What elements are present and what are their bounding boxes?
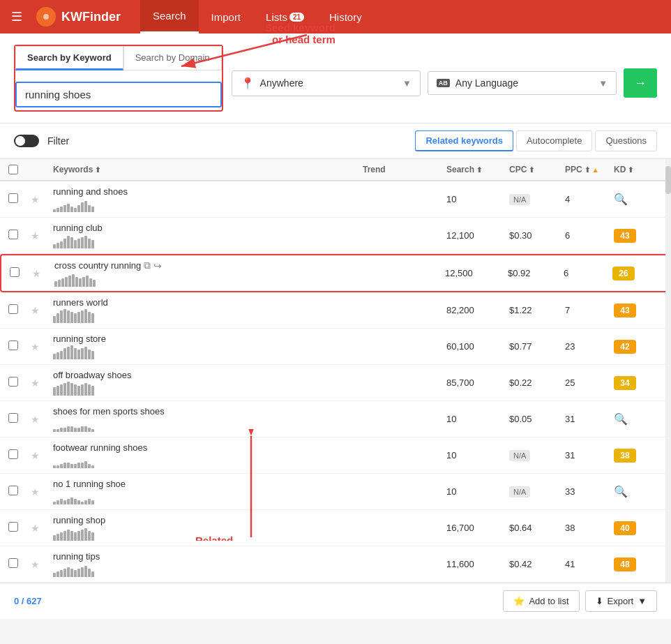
sort-kd-icon[interactable]: ⬆ — [628, 166, 633, 174]
nav-search[interactable]: Search — [140, 0, 199, 33]
trend-bar — [56, 243, 59, 248]
trend-sparkline — [53, 563, 363, 577]
cpc-cell: N/A — [509, 194, 565, 204]
trend-sparkline — [53, 309, 363, 323]
keyword-text: off broadway shoes — [53, 370, 132, 380]
tab-search-by-domain[interactable]: Search by Domain — [123, 46, 222, 70]
row-star-cell: ★ — [31, 523, 53, 534]
trend-bar — [74, 384, 77, 396]
keyword-cell: shoes for men sports shoes — [53, 406, 363, 432]
nav-lists[interactable]: Lists 21 — [253, 0, 317, 33]
favorite-star[interactable]: ★ — [31, 194, 40, 205]
table-row: ★ shoes for men sports shoes 10 $0.05 31… — [0, 401, 671, 437]
language-selector[interactable]: AB Any Language ▼ — [428, 71, 617, 95]
trend-bar — [67, 463, 70, 468]
trend-bar — [65, 277, 68, 287]
trend-bar — [70, 531, 73, 541]
arrow-icon[interactable]: ↪ — [153, 260, 162, 271]
cpc-value: $0.22 — [509, 377, 532, 388]
sort-search-icon[interactable]: ⬆ — [476, 166, 482, 174]
row-checkbox[interactable] — [8, 486, 18, 495]
filter-label: Filter — [47, 135, 69, 147]
col-cpc: CPC ⬆ — [509, 165, 565, 174]
tab-search-by-keyword[interactable]: Search by Keyword — [15, 46, 123, 70]
trend-bar — [84, 309, 87, 323]
trend-bar — [53, 429, 56, 432]
tab-autocomplete[interactable]: Autocomplete — [516, 130, 593, 151]
nav-history[interactable]: History — [317, 0, 375, 33]
trend-bar — [86, 276, 89, 287]
copy-icon[interactable]: ⧉ — [144, 260, 151, 271]
ppc-value: 25 — [565, 377, 614, 388]
filter-left: Filter — [14, 135, 69, 147]
row-checkbox[interactable] — [8, 377, 18, 387]
cpc-cell: N/A — [509, 486, 565, 497]
kd-badge: 43 — [614, 229, 636, 243]
favorite-star[interactable]: ★ — [31, 523, 40, 534]
location-dropdown-arrow: ▼ — [402, 78, 412, 89]
table-row: ★ running and shoes 10 N/A 4 🔍 — [0, 181, 671, 218]
row-checkbox-cell — [8, 193, 31, 205]
row-checkbox[interactable] — [10, 267, 20, 277]
trend-sparkline — [53, 198, 363, 212]
search-tab-box: Search by Keyword Search by Domain — [14, 45, 223, 112]
main-nav: Search Import Lists 21 History — [140, 0, 375, 33]
kd-cell: 40 — [614, 521, 663, 535]
scrollbar[interactable] — [665, 159, 671, 583]
hamburger-icon[interactable]: ☰ — [11, 9, 22, 24]
cpc-na: N/A — [509, 486, 530, 497]
search-button[interactable]: → — [624, 68, 657, 98]
tab-questions[interactable]: Questions — [595, 130, 657, 151]
search-volume: 12,100 — [446, 230, 509, 241]
favorite-star[interactable]: ★ — [31, 341, 40, 352]
favorite-star[interactable]: ★ — [31, 305, 40, 316]
trend-bar — [60, 499, 63, 504]
trend-bar — [81, 348, 84, 359]
row-checkbox[interactable] — [8, 193, 18, 203]
trend-bar — [91, 386, 94, 396]
trend-bar — [70, 497, 73, 504]
row-checkbox[interactable] — [8, 230, 18, 239]
row-checkbox[interactable] — [8, 522, 18, 532]
location-selector[interactable]: 📍 Anywhere ▼ — [232, 70, 421, 96]
favorite-star[interactable]: ★ — [31, 414, 40, 425]
trend-bar — [67, 530, 70, 541]
nav-import[interactable]: Import — [199, 0, 254, 33]
cpc-na: N/A — [509, 194, 530, 205]
favorite-star[interactable]: ★ — [31, 450, 40, 461]
sort-ppc-icon[interactable]: ⬆ — [585, 166, 590, 174]
row-checkbox[interactable] — [8, 558, 18, 568]
export-button[interactable]: ⬇ Export ▼ — [585, 590, 657, 612]
favorite-star[interactable]: ★ — [31, 559, 40, 570]
select-all-checkbox[interactable] — [8, 165, 18, 174]
trend-bar — [63, 239, 66, 248]
trend-sparkline — [53, 382, 363, 396]
favorite-star[interactable]: ★ — [31, 230, 40, 241]
row-star-cell: ★ — [31, 194, 53, 205]
trend-bar — [53, 244, 56, 248]
search-panel: Search by Keyword Search by Domain 📍 Any… — [0, 33, 671, 123]
favorite-star[interactable]: ★ — [32, 268, 41, 279]
favorite-star[interactable]: ★ — [31, 486, 40, 497]
row-checkbox[interactable] — [8, 340, 18, 350]
kd-cell: 38 — [614, 449, 663, 463]
sort-keywords-icon[interactable]: ⬆ — [95, 166, 100, 174]
trend-bar — [54, 281, 57, 287]
tab-related-keywords[interactable]: Related keywords — [415, 130, 513, 151]
filter-toggle[interactable] — [14, 135, 39, 147]
kd-cell: 42 — [614, 340, 663, 354]
trend-bar — [56, 534, 59, 541]
sort-cpc-icon[interactable]: ⬆ — [529, 166, 534, 174]
trend-bar — [74, 570, 77, 577]
row-checkbox[interactable] — [8, 413, 18, 423]
kd-badge: 42 — [614, 340, 636, 354]
kd-search-icon: 🔍 — [614, 486, 628, 497]
favorite-star[interactable]: ★ — [31, 377, 40, 389]
trend-bar — [60, 570, 63, 577]
keyword-input[interactable] — [25, 89, 151, 100]
add-to-list-button[interactable]: ⭐ Add to list — [503, 590, 579, 612]
row-checkbox[interactable] — [8, 304, 18, 314]
trend-bar — [89, 278, 92, 287]
col-ppc: PPC ⬆ ▲ — [565, 165, 614, 174]
row-checkbox[interactable] — [8, 449, 18, 459]
